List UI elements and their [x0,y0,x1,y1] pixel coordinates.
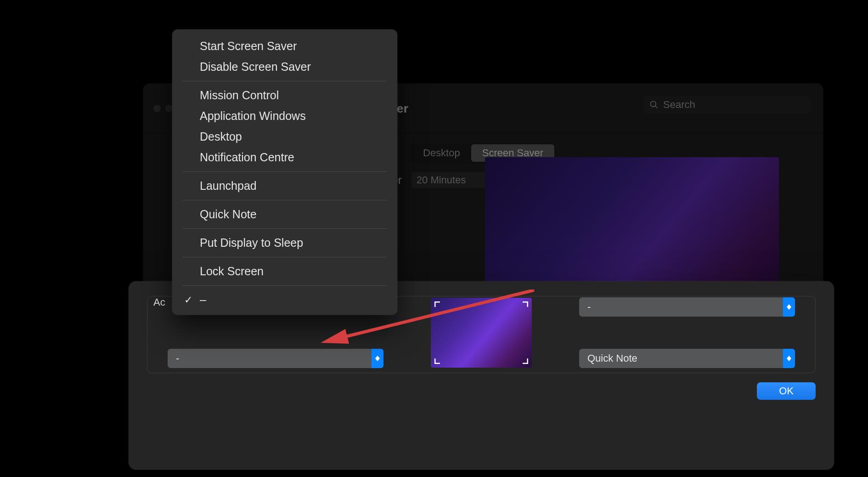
menu-item-put-display-to-sleep[interactable]: Put Display to Sleep [180,233,390,253]
close-dot[interactable] [153,105,161,112]
hot-corner-top-right-select[interactable]: - [579,297,795,317]
svg-point-9 [651,102,656,107]
menu-item-quick-note[interactable]: Quick Note [180,204,390,225]
svg-marker-20 [787,358,791,361]
stepper-icon [783,349,795,368]
show-after-value: 20 Minutes [417,174,466,186]
corner-marker-br-icon [520,356,528,364]
active-corners-label-peek: Ac [153,296,165,308]
menu-item-launchpad[interactable]: Launchpad [180,176,390,196]
menu-item-desktop[interactable]: Desktop [180,126,390,147]
menu-item-mission-control[interactable]: Mission Control [180,85,390,106]
search-input[interactable]: Search [644,96,811,114]
checkmark-icon: ✓ [184,294,193,306]
stepper-icon [371,349,383,368]
hot-corner-bottom-right-value: Quick Note [587,352,637,364]
menu-separator [182,257,387,257]
menu-separator [182,81,387,81]
svg-line-10 [655,106,658,108]
menu-item-none[interactable]: ✓– [180,290,390,310]
corner-marker-tl-icon [434,301,443,310]
hot-corner-dropdown-menu: Start Screen Saver Disable Screen Saver … [172,29,397,315]
menu-separator [182,285,387,286]
stepper-icon [783,297,795,317]
ok-button[interactable]: OK [757,382,816,400]
menu-item-application-windows[interactable]: Application Windows [180,106,390,126]
menu-separator [182,228,387,229]
menu-separator [182,171,387,172]
minimize-dot[interactable] [165,105,173,112]
menu-item-start-screen-saver[interactable]: Start Screen Saver [180,36,390,57]
svg-marker-16 [375,358,380,361]
corner-marker-tr-icon [520,301,528,310]
hot-corners-preview [431,298,532,368]
search-placeholder: Search [663,99,695,111]
menu-separator [182,200,387,200]
hot-corner-top-right-value: - [587,301,591,313]
hot-corner-bottom-left-select[interactable]: - [168,349,383,368]
menu-item-disable-screen-saver[interactable]: Disable Screen Saver [180,57,390,77]
menu-item-notification-centre[interactable]: Notification Centre [180,147,390,168]
menu-item-lock-screen[interactable]: Lock Screen [180,261,390,282]
corner-marker-bl-icon [434,356,443,364]
svg-marker-18 [787,307,791,310]
hot-corner-bottom-right-select[interactable]: Quick Note [579,349,795,368]
tab-desktop[interactable]: Desktop [412,144,471,162]
hot-corner-bottom-left-value: - [176,352,179,364]
